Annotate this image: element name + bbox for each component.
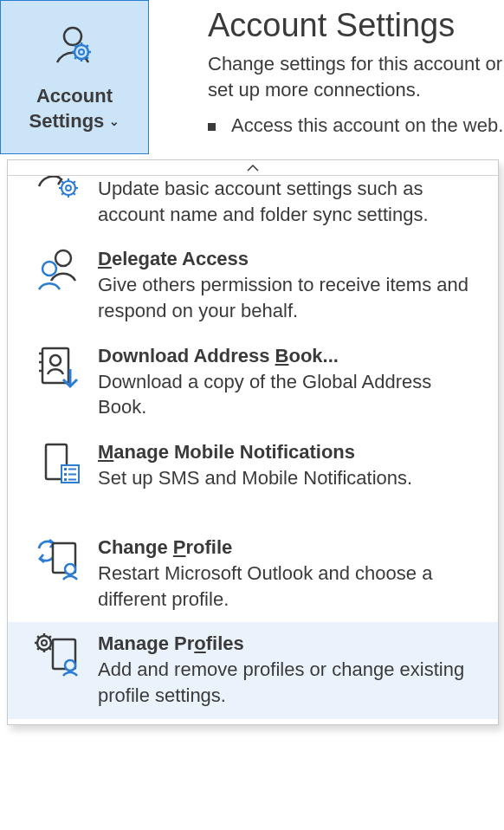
svg-point-50	[65, 660, 75, 671]
svg-line-48	[49, 648, 51, 650]
svg-line-10	[87, 56, 88, 58]
svg-point-11	[61, 181, 75, 195]
scroll-up-button[interactable]	[8, 160, 498, 176]
bullet-item: Access this account on the web.	[208, 114, 504, 137]
svg-point-0	[64, 28, 81, 45]
account-settings-dropdown: Update basic account settings such as ac…	[7, 159, 499, 725]
svg-line-9	[74, 45, 76, 47]
address-book-download-icon	[34, 343, 82, 392]
person-gear-icon	[48, 23, 100, 75]
page-title: Account Settings	[208, 7, 504, 44]
two-people-icon	[34, 246, 82, 295]
menu-item-desc: Set up SMS and Mobile Notifications.	[98, 465, 484, 491]
svg-point-40	[42, 640, 47, 645]
menu-item-desc: Restart Microsoft Outlook and choose a d…	[98, 561, 484, 612]
svg-point-39	[37, 636, 51, 650]
svg-line-45	[49, 636, 51, 638]
svg-line-19	[61, 181, 63, 183]
chevron-down-icon: ⌄	[109, 114, 120, 128]
menu-item-title: Download Address Book...	[98, 345, 484, 367]
menu-item-title: Delegate Access	[98, 248, 484, 270]
account-settings-ribbon-button[interactable]: Account Settings ⌄	[0, 0, 149, 154]
svg-rect-31	[64, 468, 67, 470]
svg-point-1	[74, 45, 88, 59]
header-area: Account Settings Change settings for thi…	[208, 7, 504, 137]
menu-item-delegate-access[interactable]: Delegate Access Give others permission t…	[8, 237, 498, 334]
svg-rect-33	[64, 473, 67, 476]
svg-line-8	[74, 56, 76, 58]
svg-line-20	[74, 193, 75, 195]
chevron-up-icon	[247, 165, 259, 172]
menu-item-title: Change Profile	[98, 536, 484, 559]
menu-item-download-address-book[interactable]: Download Address Book... Download a copy…	[8, 334, 498, 431]
svg-line-18	[61, 193, 63, 195]
menu-item-manage-profiles[interactable]: Manage Profiles Add and remove profiles …	[8, 622, 498, 718]
bullet-text: Access this account on the web.	[231, 114, 503, 137]
menu-item-desc: Update basic account settings such as ac…	[98, 176, 484, 227]
menu-item-manage-mobile-notifications[interactable]: Manage Mobile Notifications Set up SMS a…	[8, 431, 498, 502]
menu-item-desc: Give others permission to receive items …	[98, 272, 484, 323]
menu-item-desc: Download a copy of the Global Address Bo…	[98, 369, 484, 420]
svg-point-22	[42, 262, 56, 276]
arrow-gear-icon	[34, 176, 82, 211]
svg-line-47	[37, 636, 39, 638]
menu-item-title: Manage Profiles	[98, 632, 484, 655]
bullet-icon	[208, 123, 216, 131]
gear-profile-icon	[34, 631, 82, 679]
menu-item-desc: Add and remove profiles or change existi…	[98, 657, 484, 708]
svg-line-46	[37, 648, 39, 650]
svg-line-17	[74, 181, 75, 183]
page-subtitle: Change settings for this account or set …	[208, 51, 504, 102]
menu-item-title: Manage Mobile Notifications	[98, 441, 484, 464]
svg-point-27	[50, 355, 61, 366]
svg-rect-35	[64, 478, 67, 481]
swap-profile-icon	[34, 535, 82, 583]
svg-point-38	[65, 564, 75, 574]
svg-point-21	[55, 250, 71, 266]
menu-item-account-settings[interactable]: Update basic account settings such as ac…	[8, 176, 498, 237]
phone-list-icon	[34, 439, 82, 488]
menu-item-change-profile[interactable]: Change Profile Restart Microsoft Outlook…	[8, 526, 498, 622]
ribbon-label: Account Settings ⌄	[29, 83, 120, 134]
svg-line-7	[87, 45, 88, 47]
